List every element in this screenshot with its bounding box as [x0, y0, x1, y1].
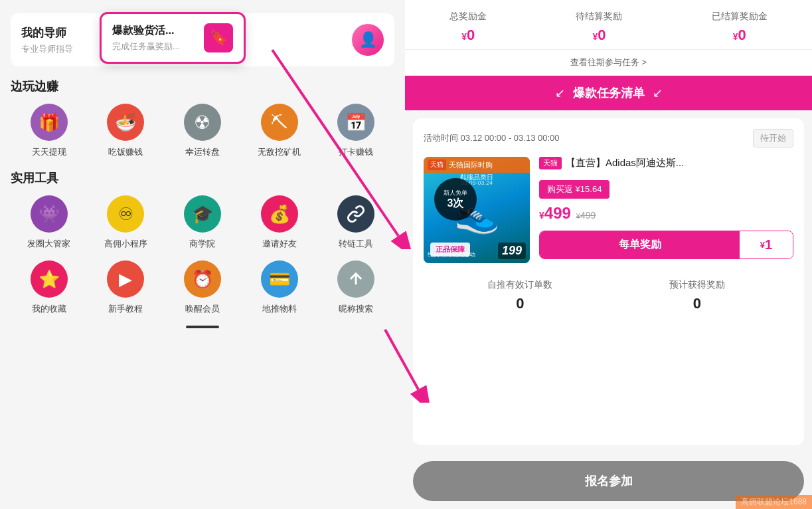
mini-program-label: 高佣小程序: [104, 238, 147, 250]
total-reward-amount: 0: [449, 27, 487, 44]
business-school-icon: 🎓: [184, 195, 221, 233]
product-sub-label: 经典时尚潮流运动: [428, 251, 475, 259]
watermark-text: 高佣联盟论坛1688: [741, 497, 807, 506]
collection-label: 我的收藏: [32, 303, 66, 315]
stat-orders-label: 自推有效订单数: [432, 279, 609, 291]
tutorial-icon: ▶: [107, 260, 144, 298]
settled-reward-col: 已结算奖励金 0: [712, 11, 768, 44]
item-link-tool[interactable]: 转链工具: [326, 195, 386, 250]
tools-grid-2: ⭐ 我的收藏 ▶ 新手教程 ⏰ 唤醒会员 💳 地推物料 昵称搜索: [11, 260, 394, 315]
product-row: 天猫 天猫国际时购 👟 正品保障 鞋服品类日 03.09-03.24 199 经…: [424, 157, 793, 263]
daily-withdraw-label: 天天提现: [32, 146, 66, 158]
tools-grid-1: 👾 发圈大管家 ♾ 高佣小程序 🎓 商学院 💰 邀请好友 转链工具: [11, 195, 394, 250]
task-time-row: 活动时间 03.12 00:00 - 03.13 00:00 待开始: [424, 129, 793, 148]
checkin-icon: 📅: [337, 104, 374, 141]
eat-earn-icon: 🍜: [107, 104, 144, 141]
product-header-text: 天猫国际时购: [449, 160, 493, 170]
status-badge: 待开始: [753, 129, 793, 148]
popup-card-title: 爆款验货活...: [112, 24, 197, 38]
item-circle-manager[interactable]: 👾 发圈大管家: [19, 195, 79, 250]
task-banner: ↙ 爆款任务清单 ↙: [405, 76, 812, 110]
link-tool-label: 转链工具: [339, 238, 373, 250]
mini-program-icon: ♾: [107, 195, 144, 233]
item-business-school[interactable]: 🎓 商学院: [173, 195, 232, 250]
push-material-label: 地推物料: [262, 303, 297, 315]
invite-friend-icon: 💰: [261, 195, 298, 233]
store-row: 天猫 【直营】Adidas阿迪达斯...: [539, 157, 793, 169]
view-history-text: 查看往期参与任务 >: [570, 57, 647, 67]
product-img-price: 199: [498, 243, 526, 259]
view-history[interactable]: 查看往期参与任务 >: [405, 50, 812, 76]
reward-header: 总奖励金 0 待结算奖励 0 已结算奖励金 0: [405, 0, 812, 50]
upload-icon: [337, 260, 374, 298]
stat-orders: 自推有效订单数 0: [432, 272, 609, 319]
stat-expected-label: 预计获得奖励: [609, 279, 786, 291]
checkin-label: 打卡赚钱: [339, 146, 373, 158]
collection-icon: ⭐: [31, 260, 68, 298]
popup-card-text: 爆款验货活... 完成任务赢奖励...: [112, 24, 197, 52]
item-lucky-wheel[interactable]: ☢ 幸运转盘: [173, 104, 232, 158]
store-badge: 天猫: [539, 157, 562, 169]
new-user-badge: 新人免单 3次: [434, 178, 477, 221]
reward-value: 1: [740, 231, 793, 258]
product-name: 【直营】Adidas阿迪达斯...: [566, 157, 684, 169]
lucky-wheel-label: 幸运转盘: [185, 146, 220, 158]
product-image-inner: 天猫 天猫国际时购 👟 正品保障 鞋服品类日 03.09-03.24 199 经…: [424, 157, 530, 263]
item-eat-earn[interactable]: 🍜 吃饭赚钱: [96, 104, 155, 158]
task-banner-title: 爆款任务清单: [573, 85, 645, 101]
circle-manager-label: 发圈大管家: [27, 238, 70, 250]
item-my-collection[interactable]: ⭐ 我的收藏: [19, 260, 79, 315]
invite-friend-label: 邀请好友: [262, 238, 297, 250]
stat-orders-value: 0: [432, 295, 609, 312]
item-checkin[interactable]: 📅 打卡赚钱: [326, 104, 386, 158]
pending-reward-amount: 0: [576, 27, 622, 44]
item-awaken-member[interactable]: ⏰ 唤醒会员: [173, 260, 232, 315]
task-time: 活动时间 03.12 00:00 - 03.13 00:00: [424, 132, 560, 144]
link-tool-icon: [337, 195, 374, 233]
item-daily-withdraw[interactable]: 🎁 天天提现: [19, 104, 79, 158]
eat-earn-label: 吃饭赚钱: [108, 146, 143, 158]
tutorial-label: 新手教程: [108, 303, 143, 315]
reward-label: 每单奖励: [540, 231, 740, 258]
new-user-count: 3次: [447, 197, 464, 209]
price-old: 499: [576, 210, 596, 221]
price-new: 499: [539, 204, 571, 223]
item-tutorial[interactable]: ▶ 新手教程: [96, 260, 155, 315]
left-panel: 我的导师 专业导师指导 👤 爆款验货活... 完成任务赢奖励... 🔖 边玩边赚…: [0, 0, 405, 509]
task-card: 活动时间 03.12 00:00 - 03.13 00:00 待开始 天猫 天猫…: [413, 118, 804, 445]
item-mini-program[interactable]: ♾ 高佣小程序: [96, 195, 155, 250]
mentor-info: 我的导师 专业导师指导: [21, 25, 73, 55]
product-details: 天猫 【直营】Adidas阿迪达斯... 购买返 ¥15.64 499 499 …: [539, 157, 793, 263]
banner-right-icon: ↙: [653, 86, 663, 100]
lucky-wheel-icon: ☢: [184, 104, 221, 141]
item-push-material[interactable]: 💳 地推物料: [250, 260, 309, 315]
mining-icon: ⛏: [261, 104, 298, 141]
alarm-icon: ⏰: [184, 260, 221, 298]
reward-per-order-row: 每单奖励 1: [539, 231, 793, 259]
settled-reward-label: 已结算奖励金: [712, 11, 768, 23]
item-invite-friend[interactable]: 💰 邀请好友: [250, 195, 309, 250]
mentor-title: 我的导师: [21, 25, 73, 41]
item-mining[interactable]: ⛏ 无敌挖矿机: [250, 104, 309, 158]
play-earn-grid: 🎁 天天提现 🍜 吃饭赚钱 ☢ 幸运转盘 ⛏ 无敌挖矿机 📅 打卡赚钱: [11, 104, 394, 158]
product-image[interactable]: 天猫 天猫国际时购 👟 正品保障 鞋服品类日 03.09-03.24 199 经…: [424, 157, 530, 263]
wallet-icon: 💳: [261, 260, 298, 298]
stats-row: 自推有效订单数 0 预计获得奖励 0: [432, 272, 785, 319]
popup-card[interactable]: 爆款验货活... 完成任务赢奖励... 🔖: [100, 12, 246, 64]
mentor-subtitle: 专业导师指导: [21, 43, 73, 55]
cashback-btn[interactable]: 购买返 ¥15.64: [539, 180, 609, 199]
tmall-badge-img: 天猫: [428, 159, 446, 170]
tools-title: 实用工具: [11, 170, 394, 186]
right-panel: 总奖励金 0 待结算奖励 0 已结算奖励金 0 查看往期参与任务 > ↙ 爆款任…: [405, 0, 812, 509]
item-nickname-search[interactable]: 昵称搜索: [326, 260, 386, 315]
banner-left-icon: ↙: [555, 86, 565, 100]
awaken-member-label: 唤醒会员: [185, 303, 220, 315]
pending-reward-label: 待结算奖励: [576, 11, 622, 23]
watermark: 高佣联盟论坛1688: [736, 495, 812, 509]
business-school-label: 商学院: [189, 238, 215, 250]
play-earn-title: 边玩边赚: [11, 78, 394, 94]
stat-expected-value: 0: [609, 295, 786, 312]
bookmark-icon: 🔖: [204, 23, 233, 52]
circle-manager-icon: 👾: [31, 195, 68, 233]
price-row: 499 499: [539, 204, 793, 223]
